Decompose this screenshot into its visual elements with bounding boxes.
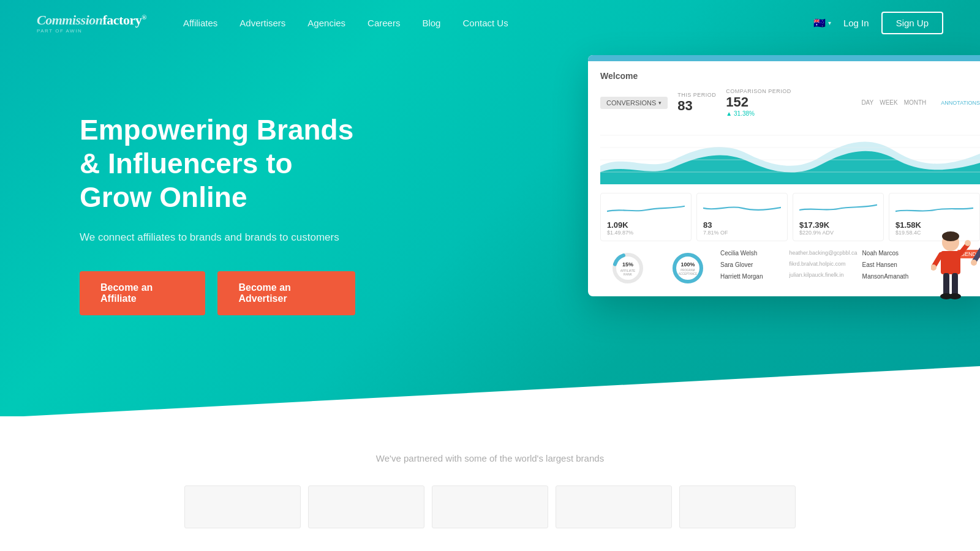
- conversions-badge: CONVERSIONS ▾: [600, 97, 668, 109]
- nav-affiliates[interactable]: Affiliates: [183, 18, 217, 28]
- svg-text:RANK: RANK: [624, 272, 633, 276]
- contact-3-name: Harriett Morgan: [720, 273, 784, 280]
- figure-person-1: [931, 229, 971, 302]
- language-selector[interactable]: 🇦🇺 ▾: [813, 17, 831, 29]
- contact-5-name: East Hansen: [862, 261, 926, 268]
- navbar: Commissionfactory® Part of Awin Affiliat…: [0, 0, 980, 46]
- month-filter[interactable]: MONTH: [904, 99, 927, 106]
- contact-1-name: Cecilia Welsh: [720, 250, 784, 257]
- hero-content: Empowering Brands & Influencers to Grow …: [0, 52, 392, 365]
- week-filter[interactable]: WEEK: [880, 99, 897, 106]
- mini-stat-conversions: 83 7.81% OF: [696, 193, 788, 241]
- svg-point-15: [942, 231, 959, 241]
- day-filter[interactable]: DAY: [861, 99, 873, 106]
- brand-logo[interactable]: Commissionfactory® Part of Awin: [37, 12, 146, 34]
- time-filters: DAY WEEK MONTH: [861, 99, 926, 106]
- contact-6-name: MansonAmanath: [862, 273, 926, 280]
- affiliate-rank-donut: 15% AFFILIATE RANK: [600, 250, 655, 287]
- svg-text:ACCEPTANCE: ACCEPTANCE: [679, 272, 697, 276]
- main-chart: [600, 123, 980, 184]
- partners-logos-row: [0, 485, 980, 528]
- annotations-link[interactable]: ANNOTATIONS: [941, 100, 980, 106]
- dashboard-window: Welcome CONVERSIONS ▾ THIS PERIOD 83 COM…: [588, 55, 980, 296]
- nav-contact[interactable]: Contact Us: [462, 18, 508, 28]
- partner-logo-4: [556, 485, 672, 528]
- program-acceptance-donut: 100% PROGRAM ACCEPTANCE: [660, 250, 715, 287]
- svg-point-19: [965, 240, 971, 246]
- chevron-down-icon: ▾: [658, 100, 662, 106]
- nav-right: 🇦🇺 ▾ Log In Sign Up: [813, 12, 943, 34]
- svg-rect-22: [952, 273, 958, 296]
- partners-title: We've partnered with some of the world's…: [0, 453, 980, 463]
- comparison-period-stat: COMPARISON PERIOD 152 ▲ 31.38%: [726, 88, 791, 117]
- nav-links: Affiliates Advertisers Agencies Careers …: [183, 18, 813, 28]
- dashboard-bottom-row: 15% AFFILIATE RANK 100% PROGRAM ACCEPTAN…: [600, 250, 980, 287]
- nav-advertisers[interactable]: Advertisers: [239, 18, 285, 28]
- hero-buttons: Become an Affiliate Become an Advertiser: [80, 271, 355, 315]
- svg-point-24: [949, 293, 961, 299]
- partners-section: We've partnered with some of the world's…: [0, 416, 980, 551]
- figure-person-2: [971, 223, 980, 302]
- contact-1-email: heather.backing@gcpbbl.ca: [789, 250, 857, 256]
- hero-section: Empowering Brands & Influencers to Grow …: [0, 0, 980, 416]
- dashboard-stats-row: CONVERSIONS ▾ THIS PERIOD 83 COMPARISON …: [600, 88, 980, 117]
- dashboard-welcome: Welcome: [600, 71, 980, 81]
- mini-chart-revenue: [799, 198, 877, 217]
- flag-icon: 🇦🇺: [813, 17, 826, 29]
- contact-3-email: julian.kilpauck.finelk.in: [789, 272, 857, 278]
- svg-point-10: [674, 255, 701, 282]
- mini-chart-clicks: [607, 198, 685, 217]
- contacts-list-names: Cecilia Welsh Sara Glover Harriett Morga…: [720, 250, 784, 280]
- contact-2-email: fikrd.bralvat.holpic.com: [789, 261, 857, 267]
- chevron-down-icon: ▾: [828, 20, 831, 26]
- contacts-list-names2: Noah Marcos East Hansen MansonAmanath: [862, 250, 926, 280]
- hero-subtitle: We connect affiliates to brands and bran…: [80, 229, 349, 246]
- mini-stat-clicks: 1.09K $1.49.87%: [600, 193, 692, 241]
- svg-text:PROGRAM: PROGRAM: [680, 269, 695, 272]
- dashboard-titlebar: [588, 55, 980, 61]
- svg-rect-21: [943, 273, 949, 296]
- svg-point-31: [971, 260, 977, 266]
- signup-button[interactable]: Sign Up: [881, 12, 943, 34]
- dashboard-mockup: Welcome CONVERSIONS ▾ THIS PERIOD 83 COM…: [588, 55, 980, 296]
- contacts-list-emails: heather.backing@gcpbbl.ca fikrd.bralvat.…: [789, 250, 857, 278]
- partner-logo-5: [679, 485, 796, 528]
- svg-rect-16: [941, 251, 960, 274]
- become-advertiser-button[interactable]: Become an Advertiser: [217, 271, 355, 315]
- mini-stats-row: 1.09K $1.49.87% 83 7.81% OF: [600, 193, 980, 241]
- mini-chart-commission: [895, 198, 973, 217]
- nav-agencies[interactable]: Agencies: [307, 18, 345, 28]
- become-affiliate-button[interactable]: Become an Affiliate: [80, 271, 205, 315]
- this-period-stat: THIS PERIOD 83: [677, 92, 716, 114]
- svg-text:15%: 15%: [622, 261, 633, 268]
- svg-text:100%: 100%: [680, 261, 695, 268]
- hero-title: Empowering Brands & Influencers to Grow …: [80, 113, 355, 215]
- partner-logo-3: [432, 485, 548, 528]
- contact-2-name: Sara Glover: [720, 261, 784, 268]
- mini-stat-revenue: $17.39K $220.9% ADV: [793, 193, 884, 241]
- partner-logo-2: [308, 485, 424, 528]
- contact-4-name: Noah Marcos: [862, 250, 926, 257]
- mini-chart-conversions: [703, 198, 781, 217]
- partner-logo-1: [184, 485, 301, 528]
- nav-blog[interactable]: Blog: [422, 18, 440, 28]
- login-link[interactable]: Log In: [843, 18, 869, 28]
- dashboard-body: Welcome CONVERSIONS ▾ THIS PERIOD 83 COM…: [588, 61, 980, 296]
- nav-careers[interactable]: Careers: [368, 18, 400, 28]
